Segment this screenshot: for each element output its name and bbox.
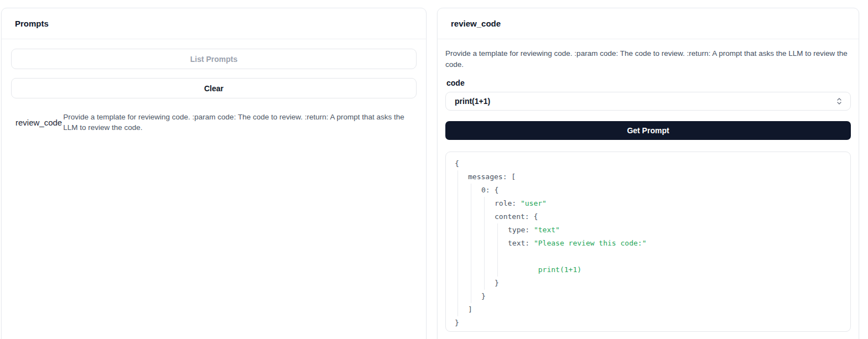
result-box: {messages: [0: {role: "user"content: {ty… [445, 152, 851, 332]
code-input[interactable] [445, 92, 851, 111]
list-prompts-button[interactable]: List Prompts [11, 49, 417, 69]
prompt-list: review_codeProvide a template for review… [11, 107, 417, 137]
get-prompt-button[interactable]: Get Prompt [445, 121, 851, 140]
tree-row: content: { [495, 210, 841, 223]
tree-row: 0: { [481, 184, 841, 197]
prompt-list-item[interactable]: review_codeProvide a template for review… [11, 107, 417, 137]
prompt-detail-panel: review_code Provide a template for revie… [437, 8, 859, 339]
tree-row: messages: [ [468, 170, 841, 184]
prompts-panel: Prompts List Prompts Clear review_codePr… [1, 8, 427, 339]
tree-row: } [481, 290, 841, 303]
prompt-detail-title: review_code [438, 8, 859, 39]
tree-row: { [455, 157, 841, 170]
tree-scope: type: "text"text: "Please review this co… [497, 223, 841, 277]
tree-row: ] [468, 303, 841, 316]
prompt-name: review_code [15, 118, 62, 127]
prompt-description: Provide a template for reviewing code. :… [445, 48, 851, 70]
tree-scope: 0: {role: "user"content: {type: "text"te… [471, 184, 841, 303]
tree-row: role: "user" [495, 197, 841, 210]
prompts-panel-body: List Prompts Clear review_codeProvide a … [2, 39, 426, 147]
tree-row: text: "Please review this code: print(1+… [508, 237, 841, 277]
page: Prompts List Prompts Clear review_codePr… [0, 0, 868, 339]
tree-row: type: "text" [508, 223, 841, 237]
clear-button[interactable]: Clear [11, 78, 417, 98]
prompts-panel-title: Prompts [2, 8, 426, 39]
code-field-label: code [446, 79, 851, 87]
code-input-wrap [445, 92, 851, 111]
result-json-tree: {messages: [0: {role: "user"content: {ty… [455, 157, 841, 330]
prompt-detail-body: Provide a template for reviewing code. :… [438, 39, 859, 339]
tree-scope: role: "user"content: {type: "text"text: … [484, 197, 841, 290]
number-stepper-icon[interactable] [836, 97, 843, 106]
prompt-list-description: Provide a template for reviewing code. :… [63, 112, 412, 133]
tree-row: } [455, 316, 841, 330]
tree-row: } [495, 277, 841, 290]
tree-scope: messages: [0: {role: "user"content: {typ… [458, 170, 841, 316]
